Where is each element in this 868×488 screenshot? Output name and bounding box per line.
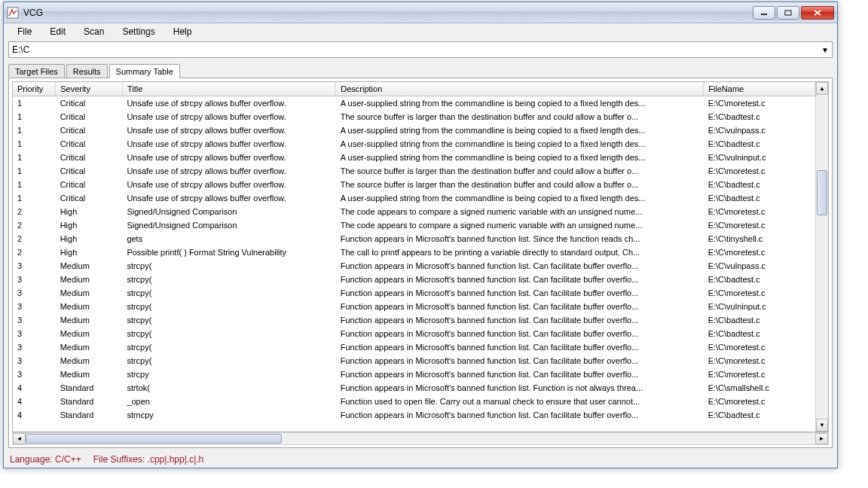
- cell-title: Possible printf( ) Format String Vulnera…: [122, 246, 335, 259]
- table-row[interactable]: 3Mediumstrcpy(Function appears in Micros…: [13, 313, 815, 327]
- col-priority[interactable]: Priority: [13, 82, 56, 96]
- cell-filename: E:\C\tinyshell.c: [704, 232, 815, 246]
- cell-severity: Medium: [56, 354, 123, 368]
- cell-filename: E:\C\badtest.c: [704, 137, 815, 151]
- table-row[interactable]: 3Mediumstrcpy(Function appears in Micros…: [13, 259, 815, 273]
- menu-edit[interactable]: Edit: [42, 25, 73, 38]
- menu-scan[interactable]: Scan: [76, 25, 112, 38]
- menu-settings[interactable]: Settings: [115, 25, 162, 38]
- cell-priority: 4: [13, 408, 56, 422]
- cell-title: Signed/Unsigned Comparison: [122, 205, 335, 218]
- close-button[interactable]: [801, 6, 834, 20]
- cell-filename: E:\C\moretest.c: [704, 164, 815, 178]
- minimize-button[interactable]: [753, 6, 775, 20]
- chevron-down-icon[interactable]: ▼: [821, 46, 829, 54]
- table-row[interactable]: 1CriticalUnsafe use of strcpy allows buf…: [13, 151, 815, 164]
- cell-filename: E:\C\vulnpass.c: [704, 124, 815, 137]
- cell-severity: Standard: [56, 381, 123, 395]
- cell-priority: 3: [13, 340, 56, 354]
- col-filename[interactable]: FileName: [704, 82, 815, 96]
- cell-priority: 1: [13, 110, 56, 124]
- cell-priority: 2: [13, 205, 56, 218]
- table-row[interactable]: 2HighSigned/Unsigned ComparisonThe code …: [13, 218, 815, 232]
- table-row[interactable]: 2HighSigned/Unsigned ComparisonThe code …: [13, 205, 815, 218]
- cell-description: Function appears in Microsoft's banned f…: [336, 286, 704, 300]
- col-description[interactable]: Description: [336, 82, 704, 96]
- app-icon: [7, 7, 19, 19]
- cell-description: Function appears in Microsoft's banned f…: [336, 340, 704, 354]
- table-row[interactable]: 3Mediumstrcpy(Function appears in Micros…: [13, 300, 815, 313]
- table-row[interactable]: 1CriticalUnsafe use of strcpy allows buf…: [13, 96, 815, 110]
- cell-description: A user-supplied string from the commandl…: [336, 151, 704, 164]
- cell-filename: E:\C\badtest.c: [704, 178, 815, 191]
- cell-priority: 4: [13, 381, 56, 395]
- cell-priority: 4: [13, 395, 56, 408]
- table-row[interactable]: 4Standardstrtok(Function appears in Micr…: [13, 381, 815, 395]
- col-severity[interactable]: Severity: [56, 82, 123, 96]
- table-row[interactable]: 1CriticalUnsafe use of strcpy allows buf…: [13, 110, 815, 124]
- cell-severity: Critical: [56, 178, 123, 191]
- table-row[interactable]: 3Mediumstrcpy(Function appears in Micros…: [13, 273, 815, 286]
- table-row[interactable]: 3MediumstrcpyFunction appears in Microso…: [13, 368, 815, 381]
- cell-title: strcpy(: [122, 340, 335, 354]
- cell-filename: E:\C\moretest.c: [704, 246, 815, 259]
- cell-priority: 1: [13, 178, 56, 191]
- table-row[interactable]: 1CriticalUnsafe use of strcpy allows buf…: [13, 191, 815, 205]
- table-row[interactable]: 3Mediumstrcpy(Function appears in Micros…: [13, 286, 815, 300]
- table-row[interactable]: 4StandardstrncpyFunction appears in Micr…: [13, 408, 815, 422]
- cell-title: strcpy(: [122, 354, 335, 368]
- hscroll-track[interactable]: [26, 433, 815, 444]
- cell-filename: E:\C\vulninput.c: [704, 151, 815, 164]
- tab-summary-table[interactable]: Summary Table: [109, 64, 180, 78]
- menu-file[interactable]: File: [10, 25, 39, 38]
- horizontal-scrollbar[interactable]: ◄ ►: [12, 432, 829, 445]
- cell-priority: 2: [13, 246, 56, 259]
- cell-severity: Medium: [56, 259, 123, 273]
- cell-severity: Critical: [56, 96, 123, 110]
- cell-description: Function appears in Microsoft's banned f…: [336, 327, 704, 340]
- cell-title: strcpy(: [122, 273, 335, 286]
- cell-severity: Medium: [56, 273, 123, 286]
- status-language: Language: C/C++: [10, 454, 81, 465]
- summary-grid[interactable]: Priority Severity Title Description File…: [12, 81, 829, 432]
- tab-target-files[interactable]: Target Files: [8, 64, 65, 78]
- cell-priority: 1: [13, 191, 56, 205]
- cell-severity: Critical: [56, 110, 123, 124]
- tab-results[interactable]: Results: [66, 64, 108, 78]
- vertical-scrollbar[interactable]: ▲ ▼: [815, 82, 828, 432]
- table-row[interactable]: 3Mediumstrcpy(Function appears in Micros…: [13, 340, 815, 354]
- cell-severity: High: [56, 205, 123, 218]
- hscroll-thumb[interactable]: [26, 434, 282, 444]
- col-title[interactable]: Title: [122, 82, 335, 96]
- scroll-down-icon[interactable]: ▼: [816, 419, 828, 432]
- table-row[interactable]: 2High getsFunction appears in Microsoft'…: [13, 232, 815, 246]
- cell-description: Function appears in Microsoft's banned f…: [336, 300, 704, 313]
- scroll-thumb[interactable]: [817, 170, 827, 215]
- cell-severity: Medium: [56, 300, 123, 313]
- cell-description: A user-supplied string from the commandl…: [336, 191, 704, 205]
- cell-title: Unsafe use of strcpy allows buffer overf…: [122, 191, 335, 205]
- cell-filename: E:\C\badtest.c: [704, 313, 815, 327]
- scroll-track[interactable]: [816, 95, 828, 419]
- scroll-left-icon[interactable]: ◄: [13, 433, 26, 444]
- scroll-right-icon[interactable]: ►: [815, 433, 828, 444]
- cell-title: strncpy: [122, 408, 335, 422]
- path-combobox[interactable]: E:\C ▼: [8, 41, 833, 58]
- cell-filename: E:\C\moretest.c: [704, 340, 815, 354]
- scroll-up-icon[interactable]: ▲: [816, 82, 828, 95]
- menu-help[interactable]: Help: [166, 25, 200, 38]
- svg-rect-2: [785, 11, 791, 15]
- cell-filename: E:\C\badtest.c: [704, 327, 815, 340]
- maximize-button[interactable]: [777, 6, 799, 20]
- table-row[interactable]: 4Standard_openFunction used to open file…: [13, 395, 815, 408]
- cell-description: Function used to open file. Carry out a …: [336, 395, 704, 408]
- table-row[interactable]: 1CriticalUnsafe use of strcpy allows buf…: [13, 164, 815, 178]
- table-row[interactable]: 1CriticalUnsafe use of strcpy allows buf…: [13, 178, 815, 191]
- path-value: E:\C: [12, 44, 29, 55]
- table-row[interactable]: 2HighPossible printf( ) Format String Vu…: [13, 246, 815, 259]
- table-row[interactable]: 3Mediumstrcpy(Function appears in Micros…: [13, 354, 815, 368]
- titlebar[interactable]: VCG: [4, 2, 837, 23]
- table-row[interactable]: 3Mediumstrcpy(Function appears in Micros…: [13, 327, 815, 340]
- table-row[interactable]: 1CriticalUnsafe use of strcpy allows buf…: [13, 124, 815, 137]
- table-row[interactable]: 1CriticalUnsafe use of strcpy allows buf…: [13, 137, 815, 151]
